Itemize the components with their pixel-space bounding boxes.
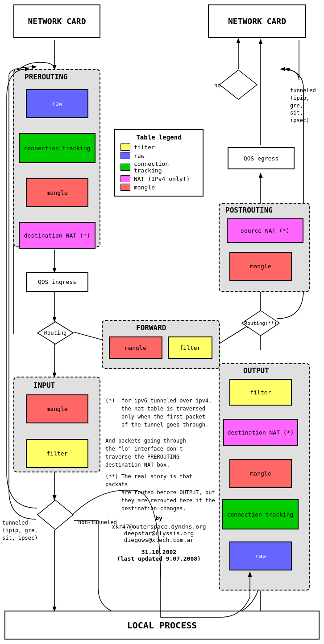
box-raw2: raw bbox=[229, 541, 292, 570]
legend-title: Table legend bbox=[120, 134, 197, 141]
box-mangle1: mangle bbox=[26, 178, 88, 207]
local-process: LOCAL PROCESS bbox=[4, 611, 320, 640]
network-card-right: NETWORK CARD bbox=[208, 4, 306, 38]
box-raw1: raw bbox=[26, 89, 88, 118]
note-asterisk: (*) for ipv6 tunneled over ipv4, the nat… bbox=[105, 397, 215, 469]
svg-text:Routing: Routing bbox=[44, 330, 67, 336]
legend-filter: filter bbox=[120, 144, 197, 151]
svg-marker-26 bbox=[37, 500, 73, 529]
legend-conn: connection tracking bbox=[120, 160, 197, 174]
bottom-routing-diamond bbox=[37, 499, 75, 532]
legend-color-raw bbox=[120, 152, 130, 159]
by-label: by bbox=[105, 515, 212, 521]
routing-diamond-right: Routing(**) bbox=[241, 310, 281, 338]
svg-marker-29 bbox=[220, 70, 257, 99]
authors: xkr47@outerspace.dyndns.orgdeepstar@ulys… bbox=[105, 523, 212, 543]
box-conn-track2: connection tracking bbox=[222, 499, 299, 529]
box-mangle-out: mangle bbox=[229, 459, 292, 488]
legend-raw: raw bbox=[120, 152, 197, 159]
box-qos-egress: QOS egress bbox=[228, 147, 295, 169]
output-title: OUTPUT bbox=[243, 366, 269, 375]
updated: (last updated 9.07.2008) bbox=[105, 555, 212, 562]
note-double-asterisk: (**) The real story is that packats are … bbox=[105, 472, 217, 513]
tunnel-diamond-right bbox=[219, 69, 259, 102]
tunneled-label-right: tunneled(ipip, gre,sit, ipsec) bbox=[290, 87, 324, 124]
legend-color-filter bbox=[120, 144, 130, 151]
legend-color-nat bbox=[120, 175, 130, 182]
legend-nat: NAT (IPv4 only!) bbox=[120, 175, 197, 182]
network-card-left: NETWORK CARD bbox=[13, 4, 100, 38]
box-mangle-in: mangle bbox=[26, 394, 88, 423]
date: 31.10.2002 bbox=[105, 549, 212, 555]
input-title: INPUT bbox=[33, 381, 55, 390]
box-filter-in: filter bbox=[26, 439, 88, 468]
svg-text:Routing(**): Routing(**) bbox=[245, 320, 277, 326]
box-dest-nat-out: destination NAT (*) bbox=[223, 419, 298, 446]
tunneled-label-bottom: tunneled(ipip, gre,sit, ipsec) bbox=[2, 519, 37, 541]
legend-mangle: mangle bbox=[120, 184, 197, 191]
box-qos-ingress: QOS ingress bbox=[26, 272, 88, 292]
postrouting-title: POSTROUTING bbox=[225, 206, 273, 214]
box-filter-out: filter bbox=[229, 379, 292, 406]
prerouting-title: PREROUTING bbox=[25, 73, 67, 81]
legend-box: Table legend filter raw connection track… bbox=[114, 129, 204, 197]
box-filter-fwd: filter bbox=[168, 336, 212, 359]
forward-title: FORWARD bbox=[136, 324, 166, 332]
box-conn-track1: connection tracking bbox=[19, 133, 96, 163]
author-info: by xkr47@outerspace.dyndns.orgdeepstar@u… bbox=[105, 515, 212, 562]
legend-color-mangle bbox=[120, 184, 130, 191]
box-source-nat: source NAT (*) bbox=[227, 218, 303, 243]
routing-diamond: Routing bbox=[37, 321, 75, 347]
legend-color-conn bbox=[120, 164, 130, 171]
box-dest-nat1: destination NAT (*) bbox=[19, 222, 96, 249]
box-mangle-fwd: mangle bbox=[109, 336, 162, 359]
box-mangle-post: mangle bbox=[229, 252, 292, 281]
